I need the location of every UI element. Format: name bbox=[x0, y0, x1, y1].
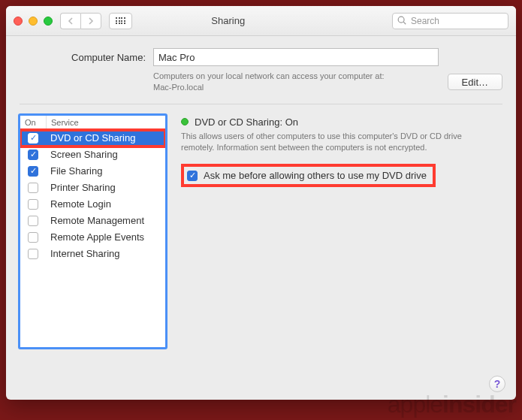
sharing-preferences-window: Sharing Computer Name: Computers on your… bbox=[6, 6, 516, 400]
service-detail: DVD or CD Sharing: On This allows users … bbox=[181, 115, 502, 355]
service-row[interactable]: Screen Sharing bbox=[20, 147, 165, 163]
service-label: Internet Sharing bbox=[46, 248, 165, 259]
service-label: Remote Login bbox=[46, 198, 165, 210]
search-icon bbox=[397, 15, 407, 26]
service-checkbox[interactable] bbox=[28, 150, 38, 160]
computer-name-description: Computers on your local network can acce… bbox=[153, 71, 439, 93]
header-service: Service bbox=[46, 116, 165, 129]
service-label: Remote Management bbox=[46, 215, 165, 226]
minimize-icon[interactable] bbox=[29, 17, 38, 26]
services-list[interactable]: On Service DVD or CD SharingScreen Shari… bbox=[20, 115, 166, 348]
detail-title-row: DVD or CD Sharing: On bbox=[181, 116, 502, 128]
window-controls bbox=[14, 17, 53, 26]
window-title: Sharing bbox=[72, 15, 385, 26]
close-icon[interactable] bbox=[14, 17, 23, 26]
computer-name-label: Computer Name: bbox=[53, 48, 146, 63]
service-label: Printer Sharing bbox=[46, 182, 165, 193]
service-row[interactable]: Remote Login bbox=[20, 196, 165, 213]
service-checkbox[interactable] bbox=[28, 249, 38, 259]
header-on: On bbox=[20, 116, 46, 129]
detail-description: This allows users of other computers to … bbox=[181, 131, 481, 154]
service-checkbox[interactable] bbox=[28, 133, 38, 144]
svg-line-1 bbox=[403, 22, 406, 24]
help-button[interactable]: ? bbox=[489, 376, 505, 392]
search-input[interactable] bbox=[392, 13, 508, 29]
services-header: On Service bbox=[20, 116, 165, 130]
detail-title: DVD or CD Sharing: On bbox=[195, 116, 298, 128]
service-checkbox[interactable] bbox=[28, 183, 38, 193]
service-row[interactable]: Printer Sharing bbox=[20, 180, 165, 196]
main-row: On Service DVD or CD SharingScreen Shari… bbox=[20, 115, 502, 355]
service-checkbox[interactable] bbox=[28, 199, 38, 210]
titlebar: Sharing bbox=[6, 6, 516, 36]
status-dot-icon bbox=[181, 118, 189, 125]
ask-before-allowing-label: Ask me before allowing others to use my … bbox=[204, 170, 427, 181]
zoom-icon[interactable] bbox=[44, 17, 53, 26]
service-checkbox[interactable] bbox=[28, 166, 38, 177]
ask-before-allowing-checkbox[interactable] bbox=[187, 171, 198, 181]
service-label: File Sharing bbox=[46, 165, 165, 177]
service-checkbox[interactable] bbox=[28, 216, 38, 226]
service-label: DVD or CD Sharing bbox=[46, 132, 165, 144]
computer-name-row: Computer Name: Computers on your local n… bbox=[53, 48, 502, 93]
service-label: Remote Apple Events bbox=[46, 231, 165, 243]
divider bbox=[20, 104, 502, 104]
service-row[interactable]: Internet Sharing bbox=[20, 246, 165, 262]
search-wrap bbox=[392, 13, 508, 29]
service-checkbox[interactable] bbox=[28, 232, 38, 243]
service-label: Screen Sharing bbox=[46, 149, 165, 160]
service-row[interactable]: Remote Apple Events bbox=[20, 229, 165, 246]
ask-before-allowing-row: Ask me before allowing others to use my … bbox=[181, 164, 436, 187]
content: Computer Name: Computers on your local n… bbox=[6, 36, 516, 367]
service-row[interactable]: Remote Management bbox=[20, 213, 165, 229]
computer-name-input[interactable] bbox=[153, 48, 439, 66]
svg-point-0 bbox=[398, 17, 404, 23]
edit-hostname-button[interactable]: Edit… bbox=[448, 74, 502, 90]
service-row[interactable]: File Sharing bbox=[20, 163, 165, 180]
service-row[interactable]: DVD or CD Sharing bbox=[20, 130, 165, 147]
